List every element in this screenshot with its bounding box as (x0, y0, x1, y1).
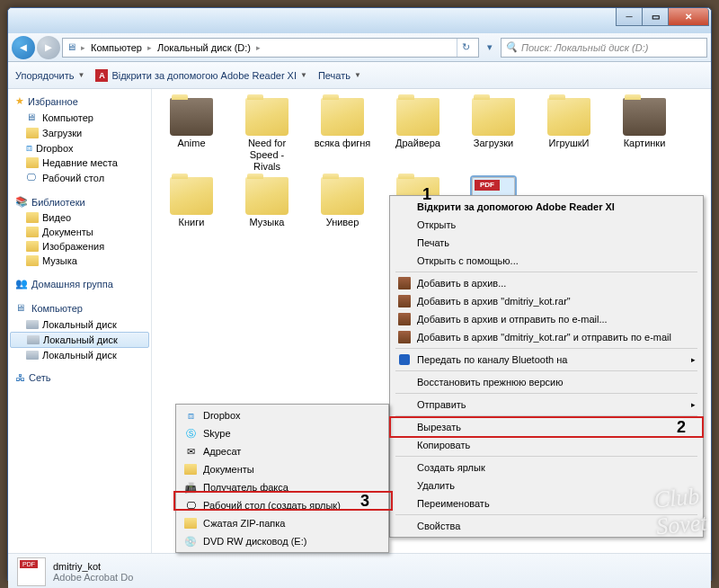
cm-add-email[interactable]: Добавить в архив и отправить по e-mail..… (392, 310, 701, 328)
organize-button[interactable]: Упорядочить ▼ (15, 70, 84, 81)
maximize-button[interactable]: ▭ (642, 8, 669, 26)
sendto-recipient[interactable]: ✉Адресат (178, 442, 386, 460)
dropbox-icon: ⧈ (26, 142, 32, 154)
sendto-skype[interactable]: ⓈSkype (178, 424, 386, 442)
computer-icon: 🖥 (26, 111, 39, 124)
folder-nfs[interactable]: Need for Speed - Rivals (236, 98, 297, 174)
minimize-button[interactable]: ─ (616, 8, 643, 26)
sendto-dvd[interactable]: 💿DVD RW дисковод (E:) (178, 532, 386, 550)
annotation-2: 2 (677, 418, 686, 437)
computer-icon: 🖥 (67, 41, 79, 54)
refresh-button[interactable]: ↻ (457, 39, 475, 57)
rar-icon (398, 277, 411, 290)
zip-icon (184, 518, 197, 529)
sendto-dropbox[interactable]: ⧈Dropbox (178, 406, 386, 424)
annotation-3: 3 (360, 492, 369, 511)
folder-downloads[interactable]: Загрузки (463, 98, 524, 174)
sendto-menu: ⧈Dropbox ⓈSkype ✉Адресат Документы 📠Полу… (175, 404, 389, 553)
mail-icon: ✉ (183, 444, 198, 459)
search-icon: 🔍 (505, 41, 518, 53)
sidebar-item-recent[interactable]: Недавние места (8, 156, 151, 170)
chevron-right-icon: ▸ (691, 355, 696, 364)
sidebar-favorites[interactable]: ★Избранное (8, 93, 151, 110)
folder-icon (26, 157, 39, 168)
cm-bluetooth[interactable]: Передать по каналу Bluetooth на▸ (392, 351, 701, 369)
sidebar-item-downloads[interactable]: Загрузки (8, 126, 151, 140)
explorer-window: ─ ▭ ✕ ◄ ► 🖥 ▸ Компьютер ▸ Локальный диск… (7, 7, 712, 581)
skype-icon: Ⓢ (183, 426, 198, 441)
cm-send[interactable]: Отправить▸ (392, 396, 701, 414)
cm-delete[interactable]: Удалить (392, 477, 701, 494)
cm-open-with[interactable]: Открыть с помощью... (392, 252, 701, 270)
chevron-right-icon: ▸ (147, 43, 152, 52)
disk-icon (26, 351, 39, 360)
crumb-computer[interactable]: Компьютер (87, 42, 146, 53)
sidebar-libraries[interactable]: 📚Библиотеки (8, 193, 151, 210)
sidebar-item-desktop[interactable]: 🖵Рабочий стол (8, 170, 151, 186)
rar-icon (398, 295, 411, 307)
context-menu: Відкрити за допомогою Adobe Reader XI От… (389, 195, 704, 538)
sidebar-network[interactable]: 🖧Сеть (8, 370, 151, 386)
folder-music[interactable]: Музыка (236, 177, 297, 228)
folder-drivers[interactable]: Драйвера (387, 98, 448, 174)
sidebar-item-disk[interactable]: Локальный диск (10, 332, 149, 348)
sendto-zip[interactable]: Сжатая ZIP-папка (178, 514, 386, 532)
network-icon: 🖧 (15, 372, 25, 383)
address-bar: ◄ ► 🖥 ▸ Компьютер ▸ Локальный диск (D:) … (8, 33, 711, 62)
sidebar-item-documents[interactable]: Документы (8, 225, 151, 239)
sidebar-homegroup[interactable]: 👥Домашняя группа (8, 275, 151, 292)
sidebar-item-dropbox[interactable]: ⧈Dropbox (8, 140, 151, 156)
sidebar-item-music[interactable]: Музыка (8, 254, 151, 268)
close-button[interactable]: ✕ (668, 8, 709, 26)
folder-anime[interactable]: Anime (161, 98, 222, 174)
sidebar-item-computer[interactable]: 🖥Компьютер (8, 110, 151, 126)
sidebar-item-images[interactable]: Изображения (8, 239, 151, 254)
search-placeholder: Поиск: Локальный диск (D:) (521, 42, 648, 53)
star-icon: ★ (15, 95, 24, 107)
sendto-desktop[interactable]: 🖵Рабочий стол (создать ярлык) (178, 496, 386, 514)
details-filename: dmitriy_kot (53, 561, 133, 572)
cm-open[interactable]: Открыть (392, 216, 701, 234)
cm-print[interactable]: Печать (392, 234, 701, 252)
rar-icon (398, 331, 411, 343)
print-button[interactable]: Печать ▼ (318, 70, 361, 81)
sendto-fax[interactable]: 📠Получатель факса (178, 478, 386, 496)
cm-shortcut[interactable]: Создать ярлык (392, 459, 701, 477)
crumb-disk[interactable]: Локальный диск (D:) (154, 42, 254, 53)
cm-rename[interactable]: Переименовать (392, 494, 701, 512)
cm-add-archive[interactable]: Добавить в архив... (392, 274, 701, 292)
chevron-right-icon: ▸ (81, 43, 85, 52)
folder-univer[interactable]: Универ (312, 177, 373, 228)
cm-properties[interactable]: Свойства (392, 517, 701, 535)
bluetooth-icon (399, 354, 410, 365)
down-history-button[interactable]: ▾ (481, 41, 499, 53)
cm-restore[interactable]: Восстановить прежнюю версию (392, 373, 701, 391)
folder-misc[interactable]: всяка фигня (312, 98, 373, 174)
sendto-documents[interactable]: Документы (178, 460, 386, 478)
sidebar-item-video[interactable]: Видео (8, 210, 151, 225)
folder-games[interactable]: ИгрушкИ (538, 98, 599, 174)
chevron-down-icon: ▼ (77, 71, 84, 79)
breadcrumb[interactable]: 🖥 ▸ Компьютер ▸ Локальный диск (D:) ▸ ↻ (62, 38, 479, 58)
folder-icon (26, 212, 39, 223)
desktop-icon: 🖵 (183, 498, 198, 512)
details-filetype: Adobe Acrobat Do (53, 572, 133, 583)
cm-cut[interactable]: Вырезать (392, 418, 701, 436)
titlebar[interactable]: ─ ▭ ✕ (8, 8, 711, 33)
folder-icon (26, 255, 39, 266)
cm-copy[interactable]: Копировать (392, 436, 701, 454)
toolbar: Упорядочить ▼ AВідкрити за допомогою Ado… (8, 62, 711, 89)
folder-pictures[interactable]: Картинки (614, 98, 675, 174)
back-button[interactable]: ◄ (12, 36, 35, 59)
cm-open-adobe[interactable]: Відкрити за допомогою Adobe Reader XI (392, 198, 701, 216)
open-adobe-button[interactable]: AВідкрити за допомогою Adobe Reader XI ▼ (95, 69, 307, 82)
sidebar-computer-group[interactable]: 🖥Компьютер (8, 299, 151, 317)
forward-button[interactable]: ► (37, 36, 60, 59)
cm-add-rar-email[interactable]: Добавить в архив "dmitriy_kot.rar" и отп… (392, 328, 701, 346)
sidebar-item-disk[interactable]: Локальный диск (8, 348, 151, 362)
folder-books[interactable]: Книги (161, 177, 222, 228)
cm-add-rar[interactable]: Добавить в архив "dmitriy_kot.rar" (392, 292, 701, 310)
chevron-right-icon: ▸ (256, 43, 261, 52)
sidebar-item-disk[interactable]: Локальный диск (8, 317, 151, 332)
search-input[interactable]: 🔍 Поиск: Локальный диск (D:) (501, 38, 707, 58)
